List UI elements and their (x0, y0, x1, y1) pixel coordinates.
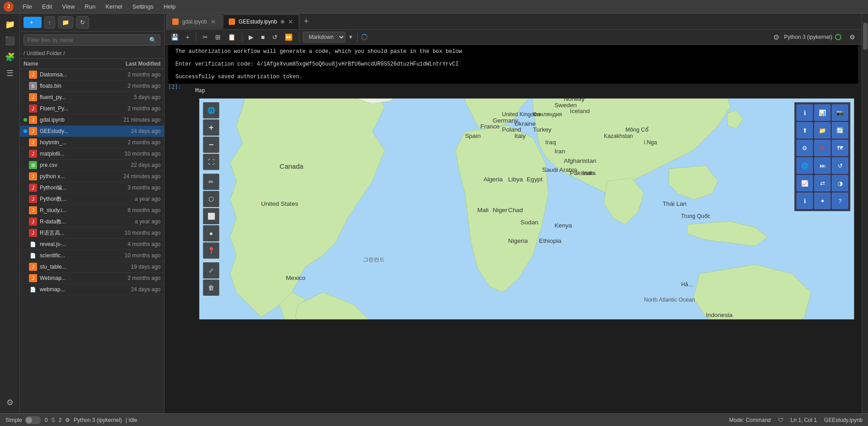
map-svg: Canada United States Mexico Venezuela Co… (199, 99, 854, 319)
list-item[interactable]: JR-data教...a year ago (20, 216, 164, 227)
toggle-switch[interactable] (25, 416, 41, 424)
menu-help[interactable]: Help (159, 1, 180, 12)
toc-icon[interactable]: ☰ (3, 66, 17, 80)
settings-icon-btn[interactable]: ⚙ (847, 32, 858, 42)
menu-view[interactable]: View (57, 1, 79, 12)
search-input[interactable] (28, 37, 146, 43)
map-panel-btn-camera[interactable]: 📷 (832, 104, 848, 121)
files-icon[interactable]: 📁 (3, 17, 17, 32)
list-item[interactable]: Jstu_table...19 days ago (20, 261, 164, 273)
list-item[interactable]: bfloats.bin2 months ago (20, 80, 164, 92)
tab-close-btn[interactable]: ✕ (211, 19, 216, 25)
map-panel-btn-skip[interactable]: ⏭ (814, 157, 830, 174)
map-panel-btn-help[interactable]: ? (832, 193, 848, 209)
list-item[interactable]: 📄webmap...24 days ago (20, 284, 164, 295)
tab-GEEstudy-ipynb[interactable]: GEEstudy.ipynb ✕ (223, 14, 299, 29)
list-item[interactable]: Jgdal.ipynb21 minutes ago (20, 114, 164, 126)
map-panel-btn-star[interactable]: ✦ (814, 193, 830, 209)
list-item[interactable]: 📄reveal.js-...4 months ago (20, 239, 164, 250)
run-button[interactable]: ▶ (246, 32, 256, 42)
map-panel-btn-chart[interactable]: 📊 (814, 104, 830, 121)
list-item[interactable]: JFluent_Py...2 months ago (20, 103, 164, 114)
map-panel-btn-contrast[interactable]: ◑ (832, 175, 848, 191)
col-name-header[interactable]: Name (24, 61, 102, 67)
map-zoom-in-btn[interactable]: + (203, 119, 219, 136)
status-shield-icon: 🛡 (778, 417, 783, 423)
map-draw-rect-btn[interactable]: ⬜ (203, 208, 219, 224)
map-globe-btn[interactable]: 🌐 (203, 102, 219, 118)
fast-forward-button[interactable]: ⏩ (282, 32, 295, 42)
file-date: 2 months ago (102, 83, 160, 89)
list-item[interactable]: ⊞pre.csv22 days ago (20, 160, 164, 171)
map-panel-btn-info[interactable]: ℹ (797, 104, 813, 121)
status-gear-icon[interactable]: ⚙ (65, 417, 70, 423)
map-panel-btn-swap[interactable]: ⇄ (814, 175, 830, 191)
gear-icon[interactable]: ⚙ (773, 33, 779, 42)
add-cell-button[interactable]: + (183, 32, 192, 42)
map-draw-polygon-btn[interactable]: ⬡ (203, 191, 219, 207)
tab-close-btn[interactable]: ✕ (288, 19, 293, 25)
cell-type-select[interactable]: Markdown Code Raw (303, 32, 345, 43)
menu-settings[interactable]: Settings (128, 1, 158, 12)
list-item[interactable]: 📄scientific...10 months ago (20, 250, 164, 261)
map-panel-btn-linechart[interactable]: 📈 (797, 175, 813, 191)
scrollbar-thumb[interactable] (863, 23, 868, 50)
menu-kernel[interactable]: Kernel (101, 1, 127, 12)
running-icon[interactable]: ⬛ (3, 33, 17, 48)
map-zoom-out-btn[interactable]: − (203, 137, 219, 153)
list-item[interactable]: Jmatplotli...10 months ago (20, 148, 164, 160)
map-delete-btn[interactable]: 🗑 (203, 279, 219, 296)
list-item[interactable]: JPython编...3 months ago (20, 182, 164, 194)
map-panel-btn-upload[interactable]: ⬆ (797, 122, 813, 138)
map-panel-btn-undo[interactable]: ↺ (832, 157, 848, 174)
status-num2: 2 (58, 417, 61, 423)
svg-text:Mông Cổ: Mông Cổ (626, 127, 649, 133)
list-item[interactable]: JWebmap...2 months ago (20, 273, 164, 284)
list-item[interactable]: JR语言高...10 months ago (20, 227, 164, 239)
list-item[interactable]: Jhoytmtn_...2 months ago (20, 137, 164, 148)
copy-button[interactable]: ⊞ (212, 32, 223, 42)
extensions-icon[interactable]: 🧩 (3, 50, 17, 64)
map-panel-btn-globe2[interactable]: 🌐 (797, 157, 813, 174)
notebook-icon: J (29, 127, 37, 135)
map-panel-btn-settings[interactable]: ⚙ (797, 140, 813, 156)
map-panel-btn-refresh[interactable]: 🔄 (832, 122, 848, 138)
restart-button[interactable]: ↺ (269, 32, 280, 42)
menu-file[interactable]: File (18, 1, 37, 12)
save-button[interactable]: 💾 (168, 32, 181, 42)
new-folder-button[interactable]: 📁 (58, 16, 73, 28)
dot-blue (24, 129, 27, 133)
tab-gdal-ipynb[interactable]: gdal.ipynb ✕ (166, 14, 222, 29)
right-scrollbar[interactable] (862, 14, 868, 413)
map-draw-circle-btn[interactable]: ● (203, 225, 219, 241)
cut-button[interactable]: ✂ (200, 32, 211, 42)
paste-button[interactable]: 📋 (225, 32, 238, 42)
map-expand-btn[interactable]: ⤢ (203, 262, 219, 279)
settings-sidebar-icon[interactable]: ⚙ (3, 395, 17, 410)
list-item[interactable]: JDiatomsa...2 months ago (20, 69, 164, 80)
list-item[interactable]: JGEEstudy...24 days ago (20, 126, 164, 137)
dot-green (24, 118, 27, 122)
map-fullscreen-btn[interactable]: ⛶ (203, 154, 219, 170)
svg-text:Thái Lan: Thái Lan (663, 200, 687, 207)
map-panel-btn-folder[interactable]: 📁 (814, 122, 830, 138)
map-draw-point-btn[interactable]: 📍 (203, 242, 219, 259)
list-item[interactable]: JR_study.i...8 months ago (20, 205, 164, 216)
stop-button[interactable]: ■ (258, 32, 267, 42)
menu-run[interactable]: Run (80, 1, 100, 12)
map-panel-btn-info2[interactable]: ℹ (797, 193, 813, 209)
list-item[interactable]: Jfluent_py...5 days ago (20, 92, 164, 103)
upload-button[interactable]: ↑ (44, 16, 56, 28)
refresh-button[interactable]: ↻ (76, 16, 89, 28)
map-panel-btn-layers[interactable]: 🗺 (832, 140, 848, 156)
map-panel-btn-google[interactable]: G (814, 140, 830, 156)
file-name: scientific... (40, 252, 102, 259)
new-button[interactable]: + (24, 17, 42, 28)
toggle-knob (26, 417, 32, 423)
menu-edit[interactable]: Edit (38, 1, 57, 12)
file-name: matplotli... (40, 151, 102, 157)
add-tab-button[interactable]: + (300, 17, 312, 26)
map-draw-pen-btn[interactable]: ✏ (203, 174, 219, 190)
list-item[interactable]: Jpython x...24 minutes ago (20, 171, 164, 182)
list-item[interactable]: JPython数...a year ago (20, 194, 164, 205)
